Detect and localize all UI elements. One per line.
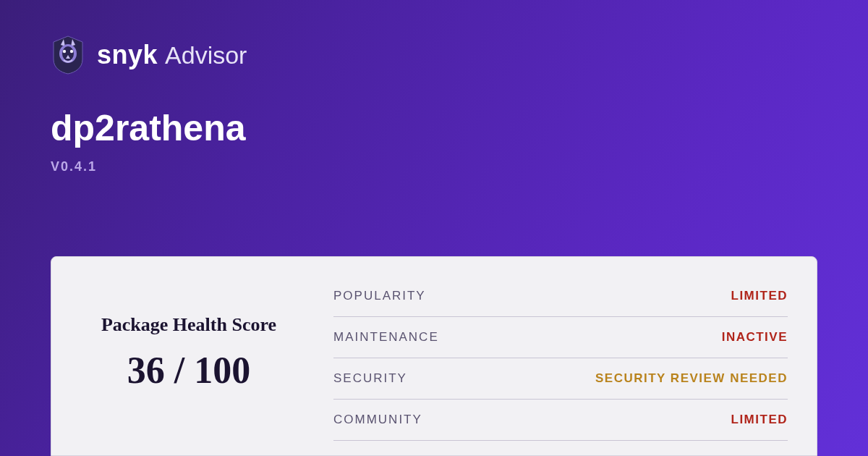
metric-row: SECURITYSECURITY REVIEW NEEDED — [333, 358, 788, 400]
score-value: 36 / 100 — [127, 349, 250, 392]
brand-header: snyk Advisor — [51, 35, 817, 75]
metric-value: INACTIVE — [722, 330, 788, 345]
health-card: Package Health Score 36 / 100 POPULARITY… — [51, 256, 817, 456]
metric-value: SECURITY REVIEW NEEDED — [595, 371, 788, 386]
package-version: V0.4.1 — [51, 159, 817, 174]
metric-label: MAINTENANCE — [333, 330, 439, 345]
metric-row: POPULARITYLIMITED — [333, 276, 788, 317]
brand-product: Advisor — [165, 41, 247, 69]
metric-label: POPULARITY — [333, 289, 426, 303]
score-panel: Package Health Score 36 / 100 — [51, 257, 326, 455]
svg-point-3 — [70, 50, 73, 53]
snyk-logo-icon — [51, 35, 85, 75]
metrics-list: POPULARITYLIMITEDMAINTENANCEINACTIVESECU… — [326, 257, 817, 455]
score-label: Package Health Score — [101, 314, 276, 336]
metric-label: COMMUNITY — [333, 413, 422, 427]
metric-value: LIMITED — [731, 413, 788, 427]
metric-row: COMMUNITYLIMITED — [333, 400, 788, 441]
svg-point-2 — [63, 50, 66, 53]
brand-name: snyk — [97, 40, 158, 70]
metric-label: SECURITY — [333, 371, 407, 386]
metric-row: MAINTENANCEINACTIVE — [333, 317, 788, 358]
package-name: dp2rathena — [51, 107, 817, 149]
metric-value: LIMITED — [731, 289, 788, 303]
